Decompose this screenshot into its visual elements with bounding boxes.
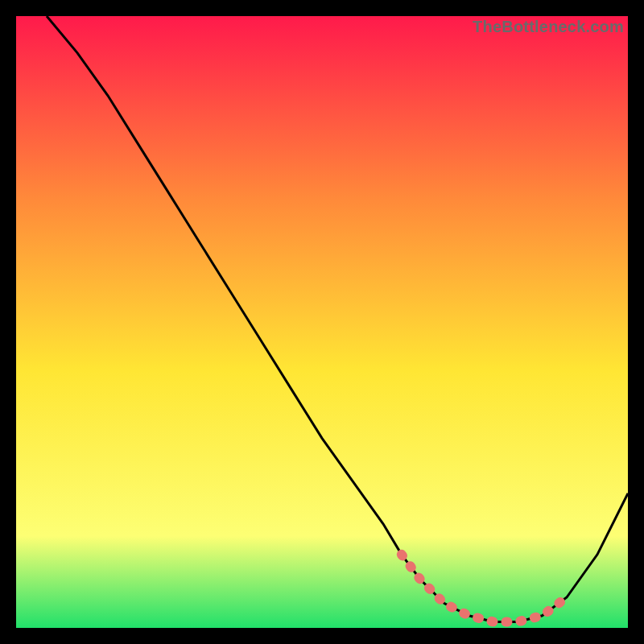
plot-svg	[16, 16, 628, 628]
gradient-background	[16, 16, 628, 628]
watermark-text: TheBottleneck.com	[473, 18, 624, 36]
chart-frame: TheBottleneck.com	[16, 16, 628, 628]
